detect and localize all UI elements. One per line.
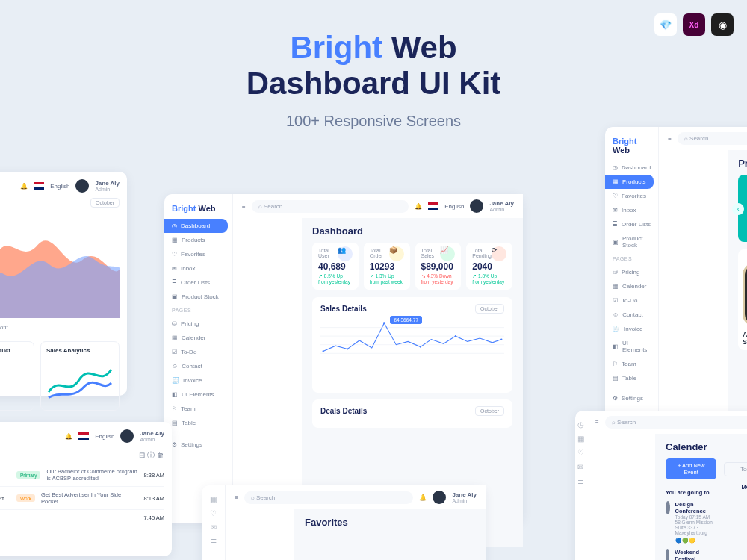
sales-details-card: Sales DetailsOctober 64,3664.77 [312, 297, 512, 393]
heart-icon: ♡ [172, 251, 177, 258]
info-icon[interactable]: ⓘ [147, 451, 155, 459]
today-label[interactable]: Today [724, 462, 747, 476]
dashboard-icon[interactable]: ◷ [575, 420, 586, 431]
sidebar-item-products[interactable]: ▦Products [164, 233, 232, 247]
chevron-left-icon[interactable]: ‹ [732, 203, 744, 215]
sidebar-item-orderlists[interactable]: ≣Order Lists [164, 276, 232, 290]
sidebar-item-favorites[interactable]: ♡Favorites [605, 189, 658, 203]
event-item[interactable]: Weekend Festival16 October 2019 at 5:00 … [666, 549, 716, 560]
user-role: Admin [452, 498, 477, 503]
sidebar-item-invoice[interactable]: 🧾Invoice [605, 322, 658, 336]
bell-icon[interactable]: 🔔 [415, 203, 422, 210]
sidebar-pages-label: PAGES [164, 304, 232, 317]
inbox-row[interactable]: oren Lewis7:45 AM [0, 510, 164, 526]
stat-total-pending: ⟳Total Pending2040↗ 1.8% Up from yesterd… [466, 243, 512, 290]
sidebar-item-team[interactable]: ⚐Team [164, 402, 232, 416]
user-name: Jane Aly [452, 491, 477, 498]
deals-details-card: Deals DetailsOctober [312, 399, 512, 428]
avatar[interactable] [470, 199, 483, 213]
grid-icon[interactable]: ▦ [575, 435, 586, 445]
hero-title: Bright WebDashboard UI Kit [0, 30, 747, 102]
flag-icon[interactable] [428, 202, 438, 210]
logo[interactable]: Bright Web [605, 133, 658, 161]
sidebar-item-todo[interactable]: ☑To-Do [605, 293, 658, 308]
sidebar-item-inbox[interactable]: ✉Inbox [164, 261, 232, 276]
inbox-row[interactable]: ou JalalPrimaryOur Bachelor of Commerce … [0, 464, 164, 487]
avatar[interactable] [120, 429, 134, 443]
flag-icon[interactable] [78, 432, 89, 440]
avatar[interactable] [433, 491, 446, 504]
sidebar-item-inbox[interactable]: ✉Inbox [605, 203, 658, 217]
sidebar-item-orderlists[interactable]: ≣Order Lists [605, 217, 658, 231]
sidebar-item-contact[interactable]: ☺Contact [164, 359, 232, 373]
sidebar-item-dashboard[interactable]: ◷Dashboard [164, 219, 228, 233]
topbar: ≡ ⌕ Search 🔔 English Jane AlyAdmin [233, 194, 523, 218]
panel-inbox: 🔔EnglishJane AlyAdmin ⊟ ⓘ 🗑 ou JalalPrim… [0, 422, 172, 556]
flag-icon[interactable] [34, 182, 44, 190]
list-icon[interactable]: ≣ [208, 538, 219, 548]
sidebar-item-ui[interactable]: ◧UI Elements [605, 336, 658, 357]
sales-analytics-card[interactable]: Sales Analytics [40, 341, 120, 411]
grid-icon[interactable]: ▦ [208, 495, 219, 505]
sidebar-item-ui[interactable]: ◧UI Elements [164, 388, 232, 402]
search-input[interactable]: ⌕ Search [678, 132, 747, 145]
chat-icon[interactable]: ✉ [208, 523, 219, 534]
month-select[interactable]: October [90, 198, 120, 208]
featured-product-card[interactable]: Featured Product [0, 341, 34, 411]
add-event-button[interactable]: + Add New Event [666, 458, 716, 479]
inbox-row[interactable]: eresa BarnettWorkGet Best Advertiser In … [0, 487, 164, 510]
search-input[interactable]: ⌕ Search [605, 416, 747, 429]
sidebar-item-pricing[interactable]: ⛁Pricing [164, 317, 232, 331]
event-item[interactable]: Design ConferenceToday 07:15 AM · 58 Gle… [666, 501, 716, 544]
featured-label: Featured Product [0, 347, 10, 354]
heart-icon[interactable]: ♡ [575, 449, 586, 459]
sidebar-item-pricing[interactable]: ⛁Pricing [605, 265, 658, 279]
panel-products: Bright Web ◷Dashboard ▦Products ♡Favorit… [605, 127, 747, 426]
menu-icon[interactable]: ≡ [595, 419, 599, 426]
legend-profit: Profit [0, 324, 8, 331]
product-card[interactable]: Apple Watch Series 4 [738, 249, 747, 350]
avatar[interactable] [75, 179, 89, 193]
chat-icon[interactable]: ✉ [575, 463, 586, 473]
sidebar-item-contact[interactable]: ☺Contact [605, 308, 658, 322]
trash-icon[interactable]: 🗑 [157, 451, 164, 459]
bell-icon[interactable]: 🔔 [65, 433, 72, 440]
chart-legend: SalesProfit [0, 324, 120, 331]
chart-tooltip: 64,3664.77 [390, 316, 422, 324]
month-select[interactable]: October [475, 406, 504, 416]
sidebar-item-team[interactable]: ⚐Team [605, 357, 658, 371]
sidebar-item-calendar[interactable]: ▦Calender [164, 331, 232, 345]
page-title: Favorites [305, 517, 475, 528]
sidebar-item-favorites[interactable]: ♡Favorites [164, 247, 232, 261]
lang-select[interactable]: English [95, 433, 114, 440]
sidebar-item-todo[interactable]: ☑To-Do [164, 345, 232, 359]
sidebar-item-table[interactable]: ▤Table [605, 371, 658, 385]
sidebar-item-invoice[interactable]: 🧾Invoice [164, 373, 232, 388]
bell-icon[interactable]: 🔔 [419, 494, 427, 501]
lang-label[interactable]: English [50, 183, 69, 190]
archive-icon[interactable]: ⊟ [139, 451, 145, 459]
clock-icon: ⟳ [492, 246, 506, 261]
bell-icon[interactable]: 🔔 [20, 183, 28, 190]
heart-icon[interactable]: ♡ [208, 509, 219, 520]
menu-icon[interactable]: ≡ [242, 203, 246, 210]
icon-sidebar: ▦♡✉≣ [202, 485, 226, 560]
sidebar-item-products[interactable]: ▦Products [605, 175, 654, 189]
sidebar-item-stock[interactable]: ▣Product Stock [605, 231, 658, 252]
search-input[interactable]: ⌕ Search [252, 200, 409, 213]
lang-select[interactable]: English [444, 203, 464, 210]
sidebar-item-calendar[interactable]: ▦Calender [605, 279, 658, 293]
sidebar-item-dashboard[interactable]: ◷Dashboard [605, 161, 658, 175]
menu-icon[interactable]: ≡ [668, 135, 672, 142]
list-icon[interactable]: ≣ [575, 477, 586, 488]
menu-icon[interactable]: ≡ [235, 494, 238, 501]
sidebar-pages-label: PAGES [605, 252, 658, 265]
sidebar-item-settings[interactable]: ⚙Settings [164, 438, 232, 452]
sidebar: Bright Web ◷Dashboard ▦Products ♡Favorit… [164, 194, 233, 523]
sidebar-item-settings[interactable]: ⚙Settings [605, 391, 658, 405]
search-input[interactable]: ⌕ Search [244, 491, 414, 504]
logo[interactable]: Bright Web [164, 200, 232, 219]
month-select[interactable]: October [475, 304, 504, 314]
sidebar-item-table[interactable]: ▤Table [164, 416, 232, 430]
sidebar-item-stock[interactable]: ▣Product Stock [164, 290, 232, 304]
